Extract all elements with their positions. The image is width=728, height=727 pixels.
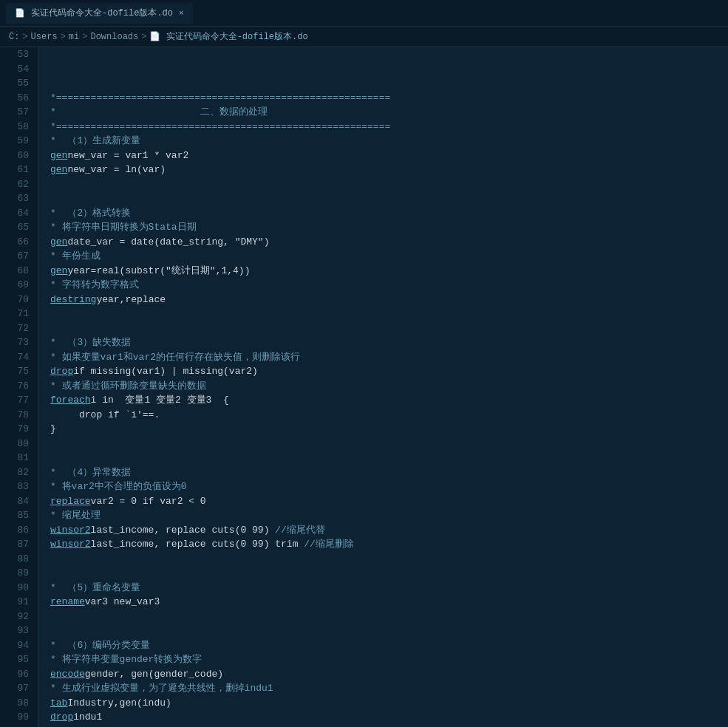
line-number: 79 (6, 422, 29, 437)
breadcrumb-part-mi: mi (69, 32, 79, 42)
breadcrumb-part-downloads: Downloads (90, 32, 138, 42)
breadcrumb-part-c: C: (9, 32, 19, 42)
line-number: 76 (6, 379, 29, 394)
line-number: 97 (6, 681, 29, 696)
code-line: * （5）重命名变量 (50, 581, 728, 595)
line-number: 89 (6, 566, 29, 581)
line-number: 71 (6, 307, 29, 321)
code-line: * 缩尾处理 (50, 508, 728, 523)
line-number: 93 (6, 624, 29, 638)
code-line: foreachi in 变量1 变量2 变量3 { (50, 393, 728, 408)
line-number: 65 (6, 220, 29, 235)
line-number: 68 (6, 264, 29, 279)
line-number: 61 (6, 163, 29, 177)
line-number: 82 (6, 465, 29, 480)
code-line (50, 321, 728, 336)
code-line: * （6）编码分类变量 (50, 638, 728, 653)
tab-close-button[interactable]: × (179, 9, 184, 18)
line-number: 99 (6, 710, 29, 725)
code-line: * 二、数据的处理 (50, 105, 728, 120)
code-line (50, 177, 728, 192)
line-number: 67 (6, 249, 29, 264)
code-line: * 将字符串变量gender转换为数字 (50, 652, 728, 667)
line-number: 85 (6, 508, 29, 523)
code-line (50, 610, 728, 624)
code-line: tabyear,gen(time) (50, 725, 728, 728)
line-number: 75 (6, 364, 29, 379)
code-line: tabIndustry,gen(indu) (50, 696, 728, 711)
line-number: 81 (6, 451, 29, 465)
code-line: winsor2last_income, replace cuts(0 99) t… (50, 537, 728, 552)
line-number: 74 (6, 350, 29, 365)
code-line: } (50, 422, 728, 437)
file-icon: 📄 (15, 8, 25, 18)
code-line (50, 552, 728, 567)
code-line (50, 624, 728, 638)
code-line: * 如果变量var1和var2的任何行存在缺失值，则删除该行 (50, 350, 728, 365)
line-number: 73 (6, 335, 29, 350)
code-line: * 字符转为数字格式 (50, 278, 728, 293)
code-line: gennew_var = ln(var) (50, 163, 728, 177)
line-number: 87 (6, 537, 29, 552)
code-line: destringyear,replace (50, 293, 728, 307)
code-area: 5354555657585960616263646566676869707172… (0, 47, 728, 727)
code-line: *=======================================… (50, 120, 728, 134)
code-line (50, 566, 728, 581)
code-line (50, 437, 728, 451)
code-line: * 年份生成 (50, 249, 728, 264)
line-number: 58 (6, 120, 29, 134)
line-number: 83 (6, 479, 29, 494)
code-line: * 生成行业虚拟变量，为了避免共线性，删掉indu1 (50, 681, 728, 696)
code-line (50, 307, 728, 321)
code-line (50, 451, 728, 465)
tab-label: 实证代码命令大全-dofile版本.do (31, 7, 173, 19)
code-content[interactable]: *=======================================… (38, 47, 728, 727)
code-line: encodegender, gen(gender_code) (50, 667, 728, 682)
code-line: genyear=real(substr("统计日期",1,4)) (50, 264, 728, 279)
line-number: 94 (6, 638, 29, 653)
line-number: 84 (6, 494, 29, 509)
code-line: gendate_var = date(date_string, "DMY") (50, 235, 728, 250)
breadcrumb-sep-2: > (61, 32, 66, 42)
line-number: 91 (6, 595, 29, 610)
line-number: 100 (6, 725, 29, 728)
line-number: 69 (6, 278, 29, 293)
breadcrumb-part-file: 📄 实证代码命令大全-dofile版本.do (149, 30, 307, 43)
line-number: 54 (6, 62, 29, 77)
line-number: 95 (6, 652, 29, 667)
breadcrumb-part-users: Users (31, 32, 58, 42)
line-number: 56 (6, 91, 29, 106)
line-numbers: 5354555657585960616263646566676869707172… (0, 47, 38, 727)
code-line: winsor2last_income, replace cuts(0 99) /… (50, 523, 728, 538)
line-number: 63 (6, 191, 29, 206)
code-line: drop if `i'==. (50, 408, 728, 423)
line-number: 92 (6, 610, 29, 624)
title-bar: 📄 实证代码命令大全-dofile版本.do × (0, 0, 728, 27)
code-line: * （4）异常数据 (50, 465, 728, 480)
code-line (50, 62, 728, 77)
breadcrumb-sep-3: > (82, 32, 87, 42)
code-line: replacevar2 = 0 if var2 < 0 (50, 494, 728, 509)
line-number: 53 (6, 47, 29, 62)
line-number: 98 (6, 696, 29, 711)
code-line (50, 76, 728, 91)
line-number: 90 (6, 581, 29, 595)
code-line: gennew_var = var1 * var2 (50, 149, 728, 163)
line-number: 77 (6, 393, 29, 408)
line-number: 60 (6, 149, 29, 163)
code-line: dropif missing(var1) | missing(var2) (50, 364, 728, 379)
code-line: * 或者通过循环删除变量缺失的数据 (50, 379, 728, 394)
code-line: dropindu1 (50, 710, 728, 725)
code-line: * （3）缺失数据 (50, 335, 728, 350)
line-number: 80 (6, 437, 29, 451)
file-tab[interactable]: 📄 实证代码命令大全-dofile版本.do × (6, 3, 193, 24)
breadcrumb: C: > Users > mi > Downloads > 📄 实证代码命令大全… (0, 27, 728, 47)
line-number: 70 (6, 293, 29, 307)
code-line (50, 191, 728, 206)
code-line: * （2）格式转换 (50, 206, 728, 221)
code-line: * （1）生成新变量 (50, 134, 728, 149)
code-line: * 将字符串日期转换为Stata日期 (50, 220, 728, 235)
line-number: 55 (6, 76, 29, 91)
code-line: *=======================================… (50, 91, 728, 106)
line-number: 96 (6, 667, 29, 682)
